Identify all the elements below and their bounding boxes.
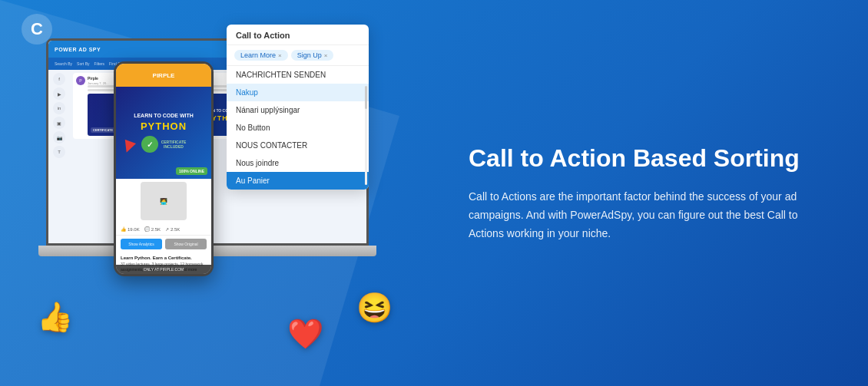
cta-tags-row: Learn More × Sign Up ×: [227, 45, 369, 66]
nav-item-3: Filters: [94, 61, 104, 66]
show-analytics-btn[interactable]: Show Analytics: [121, 239, 162, 249]
tag-sign-up-remove[interactable]: ×: [324, 52, 328, 59]
sidebar-icon-2: ▶: [53, 87, 65, 100]
sidebar-icon-5: 📷: [53, 131, 65, 144]
mobile-mockup: PIRPLE LEARN TO CODE WITH PYTHON ✓ CERTI…: [114, 61, 214, 276]
mobile-image-text: LEARN TO CODE WITH: [134, 113, 194, 118]
cta-item-nous-joindre[interactable]: Nous joindre: [227, 154, 369, 172]
online-badge: 100% ONLINE: [176, 167, 207, 175]
lady-placeholder: 🧑‍💻: [116, 179, 211, 223]
tag-sign-up-label: Sign Up: [297, 51, 322, 59]
screen-sidebar: f ▶ in ▣ 📷 T: [53, 73, 70, 158]
sidebar-icon-6: T: [53, 146, 65, 158]
mobile-stat-shares: ↗ 2.5K: [165, 226, 180, 232]
cta-list: NACHRICHTEN SENDEN Nakup Nánari upplýsin…: [227, 66, 369, 172]
mobile-stat-comments: 💬 2.5K: [144, 226, 161, 232]
cta-scrollbar-thumb: [365, 86, 367, 109]
certificate-icon: ✓: [141, 136, 158, 153]
mobile-screen: PIRPLE LEARN TO CODE WITH PYTHON ✓ CERTI…: [116, 64, 211, 274]
cta-item-nobutton[interactable]: No Button: [227, 119, 369, 137]
emoji-heart: ❤️: [287, 317, 323, 351]
tag-learn-more[interactable]: Learn More ×: [234, 50, 288, 61]
cta-title: Call to Action: [227, 25, 369, 45]
card-avatar: P: [76, 76, 85, 85]
screen-logo-text: POWER AD SPY: [55, 47, 101, 52]
likes-count: 19.0K: [128, 227, 140, 232]
mobile-header: PIRPLE: [116, 64, 211, 87]
right-panel: Call to Action Based Sorting Call to Act…: [438, 0, 868, 386]
lady-image: 🧑‍💻: [141, 182, 187, 220]
cta-item-nachrichten[interactable]: NACHRICHTEN SENDEN: [227, 66, 369, 84]
shares-count: 2.5K: [171, 227, 180, 232]
tag-learn-more-label: Learn More: [240, 51, 276, 59]
cta-scrollbar[interactable]: [365, 86, 367, 185]
mobile-footer-text: ONLY AT PIRPLE.COM: [116, 265, 211, 274]
emoji-thumbsup: 👍: [37, 300, 73, 334]
python-text: PYTHON: [134, 120, 194, 132]
mobile-stats: 👍 19.0K 💬 2.5K ↗ 2.5K: [116, 223, 211, 236]
c-logo: C: [22, 14, 52, 45]
emoji-laugh: 😆: [356, 291, 393, 325]
nav-item: Search By: [55, 61, 72, 66]
cta-item-nakup[interactable]: Nakup: [227, 84, 369, 101]
cta-dropdown: Call to Action Learn More × Sign Up × NA…: [227, 25, 369, 190]
show-original-btn[interactable]: Show Original: [165, 239, 207, 249]
sidebar-icon-1: f: [53, 73, 65, 85]
mobile-image: LEARN TO CODE WITH PYTHON ✓ CERTIFICATEI…: [116, 87, 211, 179]
sidebar-icon-4: ▣: [53, 117, 65, 129]
right-description: Call to Actions are the important factor…: [469, 188, 822, 242]
cta-item-au-panier[interactable]: Au Panier: [227, 172, 369, 190]
tag-sign-up[interactable]: Sign Up ×: [291, 50, 334, 61]
certificate-text: CERTIFICATEINCLUDED: [161, 140, 187, 149]
tag-learn-more-remove[interactable]: ×: [278, 52, 282, 59]
right-title: Call to Action Based Sorting: [469, 144, 822, 173]
cta-item-nous-contacter[interactable]: NOUS CONTACTER: [227, 137, 369, 154]
comments-count: 2.5K: [151, 227, 161, 232]
mobile-stat-likes: 👍 19.0K: [121, 226, 140, 232]
cta-item-nanari[interactable]: Nánari upplýsingar: [227, 101, 369, 119]
nav-item-2: Sort By: [77, 61, 89, 66]
mobile-btn-row: Show Analytics Show Original: [116, 236, 211, 252]
desc-title: Learn Python. Earn a Certificate.: [121, 256, 207, 260]
sidebar-icon-3: in: [53, 102, 65, 114]
